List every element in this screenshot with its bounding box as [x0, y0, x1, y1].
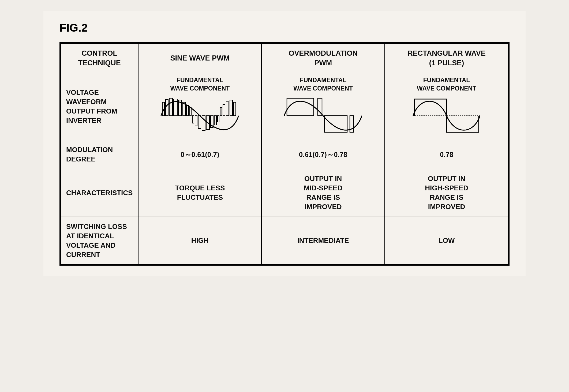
overmod-pwm-svg: [283, 94, 363, 137]
svg-rect-10: [198, 116, 201, 129]
modulation-sine: 0～0.61(0.7): [138, 140, 261, 169]
voltage-waveform-header: VOLTAGEWAVEFORMOUTPUT FROMINVERTER: [61, 73, 138, 140]
fig-title: FIG.2: [59, 21, 510, 34]
svg-rect-9: [195, 116, 197, 126]
rect-fundamental-label: FUNDAMENTALWAVE COMPONENT: [389, 76, 504, 93]
characteristics-header: CHARACTERISTICS: [61, 169, 138, 217]
switching-loss-row: SWITCHING LOSSAT IDENTICALVOLTAGE ANDCUR…: [61, 217, 508, 265]
svg-rect-15: [218, 116, 219, 122]
switching-loss-sine: HIGH: [138, 217, 261, 265]
modulation-degree-header: MODULATIONDEGREE: [61, 140, 138, 169]
switching-loss-overmod: INTERMEDIATE: [261, 217, 385, 265]
header-col0: CONTROLTECHNIQUE: [61, 43, 138, 73]
characteristics-sine: TORQUE LESSFLUCTUATES: [138, 169, 261, 217]
svg-rect-20: [234, 102, 236, 116]
modulation-overmod: 0.61(0.7)～0.78: [261, 140, 385, 169]
rect-wave-svg: [412, 94, 481, 137]
svg-rect-19: [230, 100, 233, 116]
overmod-pwm-waveform-cell: FUNDAMENTALWAVE COMPONENT: [261, 73, 385, 140]
sine-pwm-svg: [160, 94, 240, 137]
svg-rect-2: [169, 98, 173, 116]
characteristics-overmod: OUTPUT INMID-SPEEDRANGE ISIMPROVED: [261, 169, 385, 217]
characteristics-row: CHARACTERISTICS TORQUE LESSFLUCTUATES OU…: [61, 169, 508, 217]
page-container: FIG.2 CONTROLTECHNIQUE SINE WAVE PWM OVE…: [43, 11, 526, 276]
svg-rect-1: [166, 100, 168, 116]
sine-fundamental-label: FUNDAMENTALWAVE COMPONENT: [143, 76, 257, 93]
svg-rect-8: [192, 116, 194, 123]
table-header-row: CONTROLTECHNIQUE SINE WAVE PWM OVERMODUL…: [61, 43, 508, 73]
overmod-fundamental-label: FUNDAMENTALWAVE COMPONENT: [266, 76, 380, 93]
header-col1: SINE WAVE PWM: [138, 43, 261, 73]
svg-rect-7: [190, 108, 191, 116]
modulation-degree-row: MODULATIONDEGREE 0～0.61(0.7) 0.61(0.7)～0…: [61, 140, 508, 169]
svg-rect-14: [214, 116, 216, 125]
characteristics-rect: OUTPUT INHIGH-SPEEDRANGE ISIMPROVED: [385, 169, 508, 217]
switching-loss-header: SWITCHING LOSSAT IDENTICALVOLTAGE ANDCUR…: [61, 217, 138, 265]
svg-rect-16: [220, 108, 222, 116]
rect-wave-waveform-cell: FUNDAMENTALWAVE COMPONENT: [385, 73, 508, 140]
header-col2: OVERMODULATIONPWM: [261, 43, 385, 73]
voltage-waveform-row: VOLTAGEWAVEFORMOUTPUT FROMINVERTER FUNDA…: [61, 73, 508, 140]
modulation-rect: 0.78: [385, 140, 508, 169]
switching-loss-rect: LOW: [385, 217, 508, 265]
header-col3: RECTANGULAR WAVE(1 PULSE): [385, 43, 508, 73]
sine-pwm-waveform-cell: FUNDAMENTALWAVE COMPONENT: [138, 73, 261, 140]
svg-rect-18: [226, 102, 229, 116]
svg-rect-17: [223, 104, 225, 116]
comparison-table: CONTROLTECHNIQUE SINE WAVE PWM OVERMODUL…: [59, 42, 510, 266]
